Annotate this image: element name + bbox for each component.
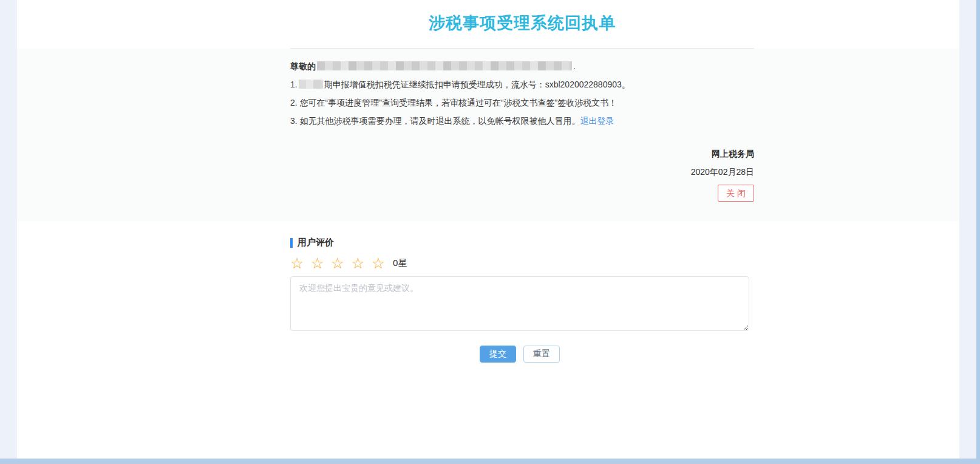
- signature: 网上税务局: [290, 145, 754, 163]
- greeting-line: 尊敬的.: [290, 57, 754, 75]
- feedback-title: 用户评价: [298, 237, 334, 248]
- notice-line-2: 2. 您可在“事项进度管理”查询受理结果，若审核通过可在“涉税文书查签”签收涉税…: [290, 94, 754, 112]
- reset-button[interactable]: 重置: [523, 346, 560, 363]
- receipt-date: 2020年02月28日: [290, 163, 754, 181]
- receipt-page: 涉税事项受理系统回执单 尊敬的. 1.期申报增值税扣税凭证继续抵扣申请预受理成功…: [17, 0, 959, 459]
- notice-2-number: 2.: [290, 98, 298, 107]
- close-button[interactable]: 关 闭: [718, 185, 754, 202]
- star-icon[interactable]: ☆: [351, 256, 364, 271]
- star-icon[interactable]: ☆: [372, 256, 385, 271]
- greeting-suffix: .: [573, 61, 576, 71]
- feedback-title-row: 用户评价: [290, 237, 754, 248]
- receipt-section: 尊敬的. 1.期申报增值税扣税凭证继续抵扣申请预受理成功，流水号：sxbl202…: [17, 49, 959, 221]
- redacted-taxpayer-name: [317, 61, 572, 70]
- page-right-margin: [959, 0, 976, 459]
- notice-1-number: 1.: [290, 80, 298, 89]
- star-icon[interactable]: ☆: [331, 256, 344, 271]
- notice-3-number: 3.: [290, 116, 298, 126]
- logout-link[interactable]: 退出登录: [580, 116, 614, 126]
- greeting-prefix: 尊敬的: [290, 61, 316, 71]
- star-icon[interactable]: ☆: [290, 256, 304, 271]
- feedback-section: 用户评价 ☆ ☆ ☆ ☆ ☆ 0星 提交 重置: [17, 221, 959, 363]
- submit-button[interactable]: 提交: [480, 346, 516, 363]
- notice-3-text: 如无其他涉税事项需要办理，请及时退出系统，以免帐号权限被他人冒用。: [300, 116, 580, 126]
- feedback-textarea[interactable]: [290, 276, 749, 331]
- notice-line-1: 1.期申报增值税扣税凭证继续抵扣申请预受理成功，流水号：sxbl20200228…: [290, 75, 754, 94]
- notice-1-text: 期申报增值税扣税凭证继续抵扣申请预受理成功，流水号：sxbl2020022880…: [324, 80, 630, 89]
- section-marker-bar: [290, 238, 293, 248]
- notice-line-3: 3. 如无其他涉税事项需要办理，请及时退出系统，以免帐号权限被他人冒用。退出登录: [290, 112, 754, 130]
- rating-value-label: 0星: [393, 258, 407, 269]
- horizontal-scrollbar[interactable]: [0, 459, 980, 464]
- star-icon[interactable]: ☆: [310, 256, 324, 271]
- redacted-period: [299, 80, 323, 89]
- header: 涉税事项受理系统回执单: [17, 0, 959, 49]
- page-title: 涉税事项受理系统回执单: [290, 12, 754, 34]
- page-left-margin: [0, 0, 17, 459]
- rating-stars: ☆ ☆ ☆ ☆ ☆ 0星: [290, 254, 754, 271]
- notice-2-text: 您可在“事项进度管理”查询受理结果，若审核通过可在“涉税文书查签”签收涉税文书！: [300, 98, 618, 107]
- vertical-scrollbar[interactable]: [976, 0, 980, 459]
